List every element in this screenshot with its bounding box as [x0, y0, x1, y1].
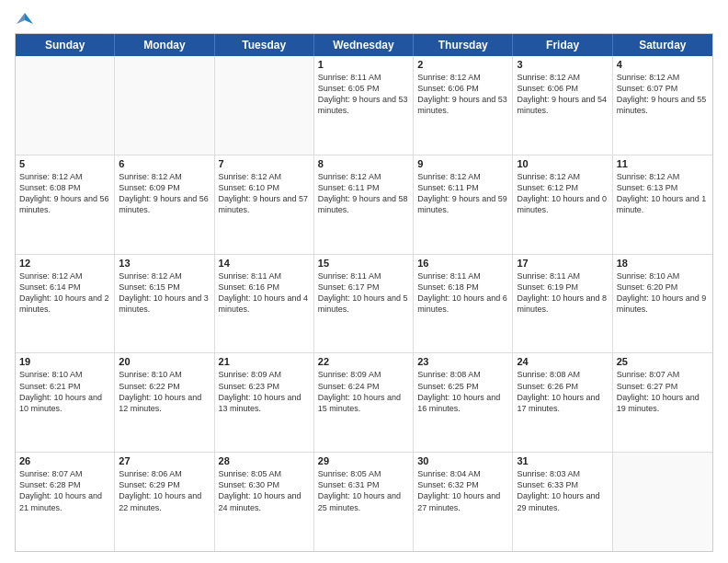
cell-info: Sunrise: 8:12 AM Sunset: 6:11 PM Dayligh… [417, 171, 508, 216]
header [15, 11, 713, 26]
calendar-cell [115, 56, 214, 155]
cell-info: Sunrise: 8:12 AM Sunset: 6:13 PM Dayligh… [617, 171, 709, 216]
day-number: 5 [19, 158, 110, 169]
calendar-cell: 17Sunrise: 8:11 AM Sunset: 6:19 PM Dayli… [513, 255, 612, 353]
logo-bird-icon [17, 11, 33, 28]
cell-info: Sunrise: 8:12 AM Sunset: 6:10 PM Dayligh… [219, 171, 310, 216]
calendar-cell: 8Sunrise: 8:12 AM Sunset: 6:11 PM Daylig… [314, 155, 414, 254]
day-number: 2 [417, 59, 508, 70]
calendar-cell: 18Sunrise: 8:10 AM Sunset: 6:20 PM Dayli… [613, 255, 712, 353]
day-number: 17 [517, 258, 608, 269]
day-number: 29 [318, 455, 409, 466]
day-number: 30 [417, 455, 508, 466]
calendar-cell: 13Sunrise: 8:12 AM Sunset: 6:15 PM Dayli… [115, 255, 214, 353]
calendar-cell: 2Sunrise: 8:12 AM Sunset: 6:06 PM Daylig… [414, 56, 513, 155]
weekday-header: Saturday [613, 34, 712, 56]
calendar-cell: 4Sunrise: 8:12 AM Sunset: 6:07 PM Daylig… [613, 56, 712, 155]
day-number: 19 [19, 356, 110, 367]
day-number: 16 [417, 258, 508, 269]
calendar-cell [613, 453, 712, 551]
day-number: 8 [318, 158, 409, 169]
calendar-header: SundayMondayTuesdayWednesdayThursdayFrid… [16, 34, 712, 56]
calendar-cell [215, 56, 314, 155]
cell-info: Sunrise: 8:12 AM Sunset: 6:09 PM Dayligh… [119, 171, 210, 216]
day-number: 26 [19, 455, 110, 466]
calendar-cell: 3Sunrise: 8:12 AM Sunset: 6:06 PM Daylig… [513, 56, 612, 155]
cell-info: Sunrise: 8:12 AM Sunset: 6:15 PM Dayligh… [119, 270, 210, 316]
cell-info: Sunrise: 8:11 AM Sunset: 6:18 PM Dayligh… [417, 270, 508, 316]
day-number: 6 [119, 158, 210, 169]
cell-info: Sunrise: 8:12 AM Sunset: 6:12 PM Dayligh… [517, 171, 608, 216]
cell-info: Sunrise: 8:11 AM Sunset: 6:19 PM Dayligh… [517, 270, 608, 316]
cell-info: Sunrise: 8:12 AM Sunset: 6:06 PM Dayligh… [517, 72, 608, 117]
cell-info: Sunrise: 8:12 AM Sunset: 6:08 PM Dayligh… [19, 171, 110, 216]
day-number: 22 [318, 356, 409, 367]
calendar-cell: 1Sunrise: 8:11 AM Sunset: 6:05 PM Daylig… [314, 56, 414, 155]
cell-info: Sunrise: 8:11 AM Sunset: 6:05 PM Dayligh… [318, 72, 409, 117]
day-number: 25 [617, 356, 709, 367]
day-number: 24 [517, 356, 608, 367]
calendar-cell: 20Sunrise: 8:10 AM Sunset: 6:22 PM Dayli… [115, 353, 214, 452]
day-number: 21 [219, 356, 310, 367]
cell-info: Sunrise: 8:06 AM Sunset: 6:29 PM Dayligh… [119, 468, 210, 513]
calendar-cell: 31Sunrise: 8:03 AM Sunset: 6:33 PM Dayli… [513, 453, 612, 551]
calendar-cell: 21Sunrise: 8:09 AM Sunset: 6:23 PM Dayli… [215, 353, 314, 452]
calendar-cell: 14Sunrise: 8:11 AM Sunset: 6:16 PM Dayli… [215, 255, 314, 353]
cell-info: Sunrise: 8:11 AM Sunset: 6:17 PM Dayligh… [318, 270, 409, 316]
cell-info: Sunrise: 8:05 AM Sunset: 6:31 PM Dayligh… [318, 468, 409, 513]
day-number: 31 [517, 455, 608, 466]
calendar-cell: 7Sunrise: 8:12 AM Sunset: 6:10 PM Daylig… [215, 155, 314, 254]
cell-info: Sunrise: 8:03 AM Sunset: 6:33 PM Dayligh… [517, 468, 608, 513]
calendar-cell: 27Sunrise: 8:06 AM Sunset: 6:29 PM Dayli… [115, 453, 214, 551]
calendar-row: 5Sunrise: 8:12 AM Sunset: 6:08 PM Daylig… [16, 155, 712, 255]
cell-info: Sunrise: 8:07 AM Sunset: 6:27 PM Dayligh… [617, 369, 709, 414]
calendar-cell: 15Sunrise: 8:11 AM Sunset: 6:17 PM Dayli… [314, 255, 414, 353]
day-number: 11 [617, 158, 709, 169]
calendar-cell: 10Sunrise: 8:12 AM Sunset: 6:12 PM Dayli… [513, 155, 612, 254]
day-number: 3 [517, 59, 608, 70]
weekday-header: Tuesday [215, 34, 314, 56]
calendar-body: 1Sunrise: 8:11 AM Sunset: 6:05 PM Daylig… [16, 56, 712, 551]
calendar-cell: 23Sunrise: 8:08 AM Sunset: 6:25 PM Dayli… [414, 353, 513, 452]
calendar-cell: 12Sunrise: 8:12 AM Sunset: 6:14 PM Dayli… [16, 255, 115, 353]
calendar-cell: 25Sunrise: 8:07 AM Sunset: 6:27 PM Dayli… [613, 353, 712, 452]
cell-info: Sunrise: 8:10 AM Sunset: 6:20 PM Dayligh… [617, 270, 709, 316]
calendar-cell: 11Sunrise: 8:12 AM Sunset: 6:13 PM Dayli… [613, 155, 712, 254]
cell-info: Sunrise: 8:10 AM Sunset: 6:22 PM Dayligh… [119, 369, 210, 414]
cell-info: Sunrise: 8:12 AM Sunset: 6:11 PM Dayligh… [318, 171, 409, 216]
weekday-header: Monday [115, 34, 214, 56]
calendar-cell: 28Sunrise: 8:05 AM Sunset: 6:30 PM Dayli… [215, 453, 314, 551]
calendar-cell: 9Sunrise: 8:12 AM Sunset: 6:11 PM Daylig… [414, 155, 513, 254]
day-number: 23 [417, 356, 508, 367]
weekday-header: Friday [513, 34, 612, 56]
cell-info: Sunrise: 8:07 AM Sunset: 6:28 PM Dayligh… [19, 468, 110, 513]
calendar-row: 26Sunrise: 8:07 AM Sunset: 6:28 PM Dayli… [16, 453, 712, 551]
day-number: 10 [517, 158, 608, 169]
calendar-cell: 5Sunrise: 8:12 AM Sunset: 6:08 PM Daylig… [16, 155, 115, 254]
day-number: 28 [219, 455, 310, 466]
cell-info: Sunrise: 8:05 AM Sunset: 6:30 PM Dayligh… [219, 468, 310, 513]
calendar-cell [16, 56, 115, 155]
calendar: SundayMondayTuesdayWednesdayThursdayFrid… [15, 33, 713, 552]
calendar-cell: 24Sunrise: 8:08 AM Sunset: 6:26 PM Dayli… [513, 353, 612, 452]
day-number: 14 [219, 258, 310, 269]
calendar-cell: 6Sunrise: 8:12 AM Sunset: 6:09 PM Daylig… [115, 155, 214, 254]
calendar-row: 19Sunrise: 8:10 AM Sunset: 6:21 PM Dayli… [16, 353, 712, 453]
cell-info: Sunrise: 8:08 AM Sunset: 6:25 PM Dayligh… [417, 369, 508, 414]
day-number: 18 [617, 258, 709, 269]
day-number: 15 [318, 258, 409, 269]
cell-info: Sunrise: 8:10 AM Sunset: 6:21 PM Dayligh… [19, 369, 110, 414]
day-number: 1 [318, 59, 409, 70]
day-number: 13 [119, 258, 210, 269]
day-number: 20 [119, 356, 210, 367]
calendar-cell: 30Sunrise: 8:04 AM Sunset: 6:32 PM Dayli… [414, 453, 513, 551]
calendar-row: 1Sunrise: 8:11 AM Sunset: 6:05 PM Daylig… [16, 56, 712, 155]
cell-info: Sunrise: 8:09 AM Sunset: 6:23 PM Dayligh… [219, 369, 310, 414]
day-number: 12 [19, 258, 110, 269]
cell-info: Sunrise: 8:12 AM Sunset: 6:07 PM Dayligh… [617, 72, 709, 117]
weekday-header: Wednesday [314, 34, 414, 56]
calendar-cell: 16Sunrise: 8:11 AM Sunset: 6:18 PM Dayli… [414, 255, 513, 353]
logo [15, 11, 33, 26]
day-number: 9 [417, 158, 508, 169]
svg-marker-1 [17, 13, 25, 24]
